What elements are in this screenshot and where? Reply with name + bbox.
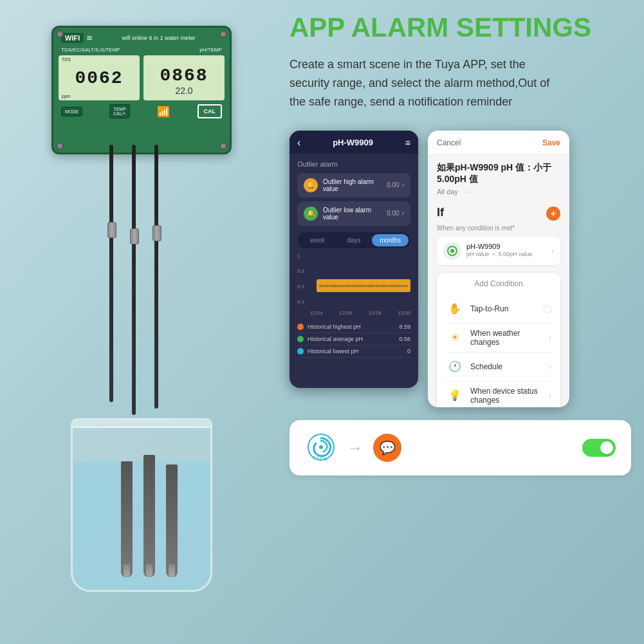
- tap-to-run-option[interactable]: ✋ Tap-to-Run ◯: [446, 295, 551, 324]
- toggle-knob: [600, 441, 613, 454]
- stat-dot-lowest: [297, 348, 304, 354]
- device-icon: [443, 242, 461, 260]
- stat-row-lowest: Historical lowest pH 0: [297, 345, 410, 358]
- x-label-2: 12/26: [339, 310, 352, 316]
- alarm-high-row[interactable]: 🔔 Outlier high alarm value 0.00 ›: [297, 173, 410, 198]
- if-section: If + When any condition is met* pH-W99: [437, 206, 560, 265]
- probe-1: [121, 461, 133, 577]
- svg-point-3: [319, 445, 323, 449]
- screw-br: [219, 142, 227, 150]
- device-status-arrow: ›: [549, 391, 551, 400]
- stat-row-highest: Historical highest pH 8.59: [297, 321, 410, 333]
- weather-icon: ☀: [446, 329, 464, 347]
- stat-label-average: Historical average pH: [308, 336, 399, 342]
- phone-white: Cancel Save 如果pH-W9909 pH 值：小于 5.00pH 值 …: [428, 131, 569, 407]
- if-label: If: [437, 206, 444, 219]
- device-status-option[interactable]: 💡 When device status changes ›: [446, 382, 551, 407]
- stat-dot-highest: [297, 324, 304, 330]
- schedule-icon: 🕐: [446, 358, 464, 376]
- alarm-low-row[interactable]: 🔔 Outlier low alarm value 0.00 ›: [297, 201, 410, 226]
- meter-buttons: MODE TEMP CAL/+ 📶 CAL: [59, 104, 225, 118]
- chat-bubble-icon: 💬: [373, 434, 401, 462]
- device-condition-text: pH-W9909 pH value ＜ 5.00pH value: [466, 243, 551, 259]
- condition-title: 如果pH-W9909 pH 值：小于 5.00pH 值: [437, 162, 560, 185]
- bnc-connector-1: [107, 222, 116, 238]
- tds-number: 0062: [75, 68, 123, 88]
- time-tabs: week days months: [297, 232, 410, 248]
- device-condition-arrow: ›: [551, 246, 554, 255]
- tab-months[interactable]: months: [372, 234, 409, 246]
- device-condition-row[interactable]: pH-W9909 pH value ＜ 5.00pH value ›: [437, 237, 560, 265]
- alarm-low-label: Outlier low alarm value: [323, 207, 387, 221]
- temp-cal-button[interactable]: TEMP CAL/+: [109, 104, 130, 118]
- add-condition-title: Add Condition: [446, 279, 551, 288]
- cal-button[interactable]: CAL: [198, 104, 223, 118]
- tuya-logo: 平TIDig: [305, 432, 337, 464]
- alarm-low-arrow: ›: [402, 210, 404, 217]
- stat-label-lowest: Historical lowest pH: [308, 348, 407, 354]
- stat-value-highest: 8.59: [399, 324, 410, 330]
- arrow-connector: →: [347, 439, 363, 457]
- phone-dark-header: ‹ pH-W9909 ≡: [290, 131, 418, 154]
- y-label-2: 0.8: [297, 268, 304, 274]
- tap-to-run-icon: ✋: [446, 300, 464, 318]
- cable-3: [154, 145, 158, 409]
- phone-menu-button[interactable]: ≡: [405, 138, 410, 148]
- tab-days[interactable]: days: [336, 234, 373, 246]
- cancel-button[interactable]: Cancel: [437, 138, 461, 147]
- x-label-3: 12/28: [369, 310, 382, 316]
- app-description: Create a smart scene in the Tuya APP, se…: [290, 55, 560, 111]
- schedule-option[interactable]: 🕐 Schedule ›: [446, 353, 551, 382]
- probe-tip-2: [146, 564, 152, 577]
- displays-row: TDS 0062 ppm 0868 22.0: [59, 55, 225, 100]
- y-label-4: 0.4: [297, 299, 304, 305]
- chart-content: ûûnunsûûnunsûûnunsûûnunsûûnunsûûnunsûûnu…: [310, 253, 410, 292]
- ph-number: 0868: [160, 66, 208, 86]
- toggle-switch[interactable]: [582, 439, 616, 457]
- tds-display: TDS 0062 ppm: [59, 55, 140, 100]
- alarm-low-value: 0.00: [387, 210, 399, 217]
- ph-sub: 22.0: [175, 86, 192, 96]
- ph-display: 0868 22.0: [143, 55, 225, 100]
- svg-point-1: [450, 249, 454, 253]
- save-button[interactable]: Save: [542, 138, 560, 147]
- beaker-rim: [71, 418, 212, 428]
- meter-title: wifi online 6 in 1 water meter: [95, 35, 222, 41]
- weather-changes-option[interactable]: ☀ When weather changes ›: [446, 324, 551, 353]
- alarm-high-label: Outlier high alarm value: [323, 178, 387, 192]
- chart-bar: ûûnunsûûnunsûûnunsûûnunsûûnunsûûnunsûûnu…: [317, 279, 410, 292]
- outlier-alarm-title: Outlier alarm: [297, 160, 410, 168]
- weather-changes-label: When weather changes: [470, 329, 549, 347]
- chart-area: 1 0.8 0.6 0.4 ûûnunsûûnunsûûnunsûûnunsûû…: [297, 253, 410, 305]
- tab-week[interactable]: week: [299, 234, 336, 246]
- left-display-label: TDS/EC/SALT/S.G/TEMP: [61, 47, 120, 53]
- white-phone-header: Cancel Save: [428, 131, 569, 154]
- schedule-arrow: ›: [549, 362, 551, 371]
- add-condition-button[interactable]: +: [546, 207, 560, 221]
- device-condition-name: pH-W9909: [466, 243, 551, 250]
- stat-label-highest: Historical highest pH: [308, 324, 399, 330]
- probe-3: [166, 465, 178, 577]
- stat-row-average: Historical average pH 0.56: [297, 333, 410, 345]
- mode-button[interactable]: MODE: [61, 107, 82, 116]
- phone-dark-title: pH-W9909: [333, 138, 373, 147]
- stat-value-lowest: 0: [407, 348, 410, 354]
- bnc-connector-3: [152, 225, 161, 241]
- phone-dark: ‹ pH-W9909 ≡ Outlier alarm 🔔 Outlier hig…: [290, 131, 418, 388]
- bottom-card: 平TIDig → 💬: [290, 420, 631, 475]
- screw-tr: [219, 30, 227, 38]
- phone-dark-body: Outlier alarm 🔔 Outlier high alarm value…: [290, 154, 418, 364]
- svg-text:平TIDig: 平TIDig: [312, 456, 327, 461]
- tds-label: TDS: [62, 57, 71, 62]
- screw-tl: [56, 30, 64, 38]
- device-status-icon: 💡: [446, 387, 464, 405]
- tds-unit: ppm: [62, 94, 71, 98]
- device-condition-desc: pH value ＜ 5.00pH value: [466, 250, 551, 259]
- x-label-4: 12/30: [398, 310, 410, 316]
- device-section: WIFI ≋ wifi online 6 in 1 water meter TD…: [13, 13, 283, 630]
- phone-back-button[interactable]: ‹: [297, 137, 300, 149]
- device-status-label: When device status changes: [470, 387, 549, 405]
- y-label-1: 1: [297, 253, 304, 259]
- schedule-label: Schedule: [470, 362, 549, 371]
- y-label-3: 0.6: [297, 284, 304, 290]
